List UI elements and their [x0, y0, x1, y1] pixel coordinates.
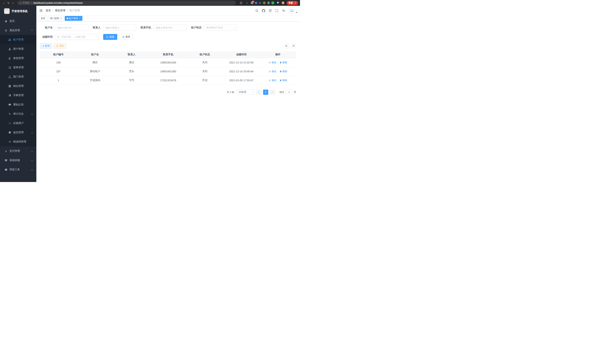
- active-dot: [67, 18, 68, 19]
- cell-operations: 修改 删除: [260, 76, 296, 85]
- yen-icon: ¥: [4, 149, 8, 153]
- sidebar-item-home[interactable]: 首页: [0, 17, 36, 26]
- sidebar-item-role-management[interactable]: 角色管理: [0, 54, 36, 63]
- tab-tenant-management[interactable]: 租户管理 ×: [65, 16, 83, 21]
- cell-contact: 测试: [113, 58, 150, 67]
- tab-dept-management[interactable]: 部门管理 ×: [48, 16, 64, 21]
- add-button-label: 新增: [45, 44, 49, 47]
- total-count: 共 3 条: [227, 91, 234, 94]
- contact-input[interactable]: [103, 25, 136, 31]
- extension-icon[interactable]: [259, 1, 262, 4]
- sidebar-item-notice[interactable]: 通知公告: [0, 100, 36, 109]
- page-number-1[interactable]: 1: [263, 90, 268, 95]
- add-button[interactable]: + 新增: [40, 43, 52, 49]
- github-icon[interactable]: [261, 8, 266, 14]
- sidebar-item-online-users[interactable]: 在线用户: [0, 119, 36, 128]
- sidebar-item-post-management[interactable]: 岗位管理: [0, 82, 36, 91]
- sidebar-toggle[interactable]: [36, 6, 46, 15]
- header-search-icon[interactable]: [254, 8, 260, 14]
- org-tree-icon: [8, 75, 11, 78]
- tenant-name-input[interactable]: [55, 25, 88, 31]
- role-icon: [8, 57, 11, 60]
- url-bar[interactable]: ⚠ 不安全 dashboard.yudao.iocoder.cn/system/…: [18, 1, 236, 5]
- prev-page-button[interactable]: [256, 90, 262, 95]
- tab-label: 首页: [41, 17, 45, 20]
- sidebar-item-dict-management[interactable]: 字典管理: [0, 91, 36, 100]
- cell-status: 关闭: [187, 58, 223, 67]
- extensions-puzzle-icon[interactable]: [276, 1, 280, 5]
- goto-page: 前往 页: [279, 90, 296, 95]
- breadcrumb: 首页 / 系统管理 / 租户管理: [46, 9, 80, 12]
- extension-icon[interactable]: [272, 1, 274, 4]
- sidebar-item-error-code-management[interactable]: </> 错误码管理: [0, 137, 36, 146]
- cell-tenant-id: 107: [40, 67, 77, 76]
- user-avatar[interactable]: [289, 7, 297, 14]
- export-button[interactable]: 导出: [54, 43, 66, 49]
- sidebar-item-label: 菜单管理: [13, 66, 33, 69]
- search-button-label: 搜索: [110, 35, 114, 38]
- edit-button[interactable]: 修改: [269, 70, 276, 73]
- message-icon: [8, 103, 11, 106]
- sidebar-item-menu-management[interactable]: 菜单管理: [0, 63, 36, 72]
- breadcrumb-home[interactable]: 首页: [46, 9, 51, 12]
- app-logo-row[interactable]: 芋道管理系统: [0, 6, 36, 17]
- calendar-icon: [57, 36, 60, 38]
- delete-button[interactable]: 删除: [280, 70, 287, 73]
- sidebar-item-tenant-management[interactable]: 租户管理: [0, 35, 36, 44]
- toggle-search-button[interactable]: [284, 43, 289, 49]
- extension-icon[interactable]: [267, 1, 270, 4]
- help-icon[interactable]: [267, 8, 273, 14]
- tenant-name-label: 租户名: [40, 26, 53, 29]
- sidebar-group-payment[interactable]: ¥ 支付管理: [0, 146, 36, 156]
- plus-icon: +: [42, 45, 44, 47]
- cell-contact: 秃头: [113, 67, 150, 76]
- table-row: 1 芋道源码 芋艿 17321315478 开启 2021-01-05 17:0…: [40, 76, 296, 85]
- shield-icon: [8, 131, 11, 134]
- edit-button[interactable]: 修改: [269, 61, 276, 64]
- page-size-select[interactable]: 10条/页: [237, 90, 255, 95]
- sidebar-item-dept-management[interactable]: 部门管理: [0, 72, 36, 82]
- date-range-input[interactable]: 开始日期 - 结束日期: [55, 34, 99, 40]
- update-button[interactable]: 更新 ⋮: [287, 1, 298, 5]
- breadcrumb-system[interactable]: 系统管理: [55, 9, 65, 12]
- sidebar-group-devtools[interactable]: 研发工具: [0, 165, 36, 174]
- refresh-table-button[interactable]: [291, 43, 296, 49]
- reset-button[interactable]: 重置: [119, 34, 133, 40]
- sidebar-group-infrastructure[interactable]: 基础设施: [0, 156, 36, 165]
- next-page-button[interactable]: [270, 90, 275, 95]
- extension-icon[interactable]: 10: [251, 1, 253, 4]
- cell-phone: 17321315478: [150, 76, 187, 85]
- fullscreen-icon[interactable]: [274, 8, 280, 14]
- phone-input[interactable]: [153, 25, 187, 31]
- share-icon[interactable]: [239, 1, 243, 5]
- delete-button[interactable]: 删除: [280, 61, 287, 64]
- sidebar-group-system[interactable]: ⚙ 系统管理: [0, 26, 36, 35]
- sidebar-item-sms-management[interactable]: 短信管理: [0, 128, 36, 137]
- bookmark-star-icon[interactable]: ☆: [245, 1, 249, 5]
- close-icon[interactable]: ×: [79, 17, 81, 20]
- sidebar-item-user-management[interactable]: 用户管理: [0, 44, 36, 54]
- cell-created: 2021-12-14 21:02:09: [223, 58, 260, 67]
- id-card-icon: [8, 84, 11, 88]
- profile-avatar-icon[interactable]: [282, 1, 284, 4]
- sidebar-item-label: 岗位管理: [13, 84, 33, 88]
- browser-reload-icon[interactable]: ↻: [6, 1, 11, 5]
- book-icon: [8, 94, 11, 97]
- delete-button[interactable]: 删除: [280, 79, 287, 82]
- extension-icon[interactable]: [263, 1, 266, 4]
- font-size-icon[interactable]: [281, 8, 286, 14]
- filter-row-2: 创建时间 开始日期 - 结束日期 搜索 重置: [40, 34, 296, 40]
- status-select[interactable]: 请选择租户状态: [204, 25, 237, 31]
- sidebar-item-audit-log[interactable]: ✎ 审计日志: [0, 109, 36, 119]
- close-icon[interactable]: ×: [60, 17, 62, 20]
- chevron-down-icon: [31, 113, 33, 115]
- tab-home[interactable]: 首页: [39, 16, 47, 21]
- browser-menu-icon[interactable]: ⋮: [294, 2, 296, 4]
- search-button[interactable]: 搜索: [103, 34, 117, 40]
- edit-button[interactable]: 修改: [269, 79, 276, 82]
- pencil-icon: [269, 70, 271, 73]
- goto-page-input[interactable]: [285, 90, 293, 95]
- extension-icon[interactable]: [254, 1, 258, 4]
- browser-home-icon[interactable]: ⌂: [11, 1, 15, 5]
- browser-back-icon[interactable]: ←: [2, 1, 6, 5]
